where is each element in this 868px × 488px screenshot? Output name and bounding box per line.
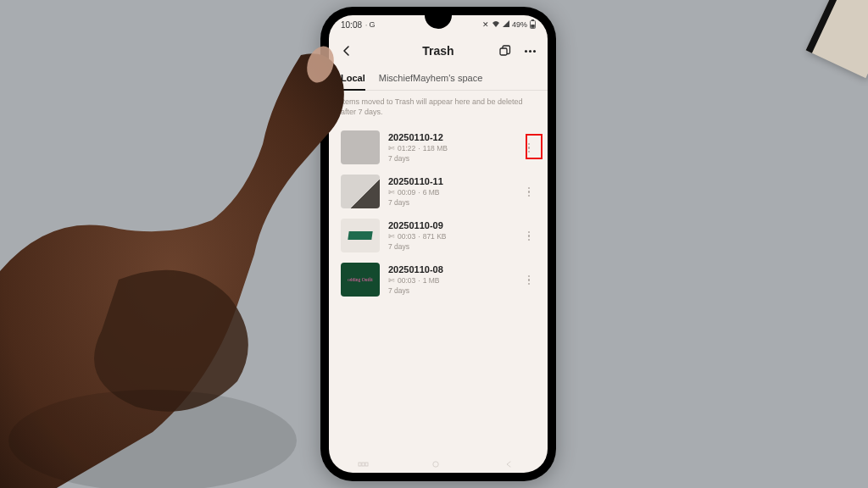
item-body: 20250110-12 ✄ 01:22 · 118 MB 7 days [388, 132, 514, 163]
hand-overlay [0, 17, 364, 488]
item-body: 20250110-09 ✄ 00:03 · 871 KB 7 days [388, 220, 514, 251]
status-net: ⸱ G [365, 20, 376, 30]
svg-point-7 [433, 462, 438, 467]
item-thumbnail [341, 175, 380, 208]
app-header: Trash [329, 34, 548, 68]
svg-rect-1 [531, 19, 534, 21]
back-button[interactable] [339, 43, 354, 58]
list-item[interactable]: 20250110-11 ✄ 00:09 · 6 MB 7 days [329, 169, 548, 214]
list-item[interactable]: 20250110-09 ✄ 00:03 · 871 KB 7 days [329, 214, 548, 258]
item-meta: ✄ 00:03 · 871 KB [388, 232, 514, 241]
svg-rect-2 [531, 25, 534, 28]
svg-rect-6 [365, 463, 368, 466]
battery-icon [530, 19, 536, 30]
wifi-icon [492, 20, 500, 29]
scissors-icon: ✄ [388, 144, 395, 152]
scissors-icon: ✄ [388, 188, 395, 197]
item-days: 7 days [388, 154, 514, 163]
scissors-icon: ✄ [388, 276, 395, 285]
corner-object [792, 0, 868, 93]
battery-text: 49% [512, 20, 527, 29]
item-days: 7 days [388, 242, 514, 251]
phone-frame: 10:08 ⸱ G ✕ 49% Trash [320, 7, 556, 481]
item-days: 7 days [388, 198, 514, 207]
thumbnail-text: odding Outfit [348, 277, 373, 282]
list-item[interactable]: 20250110-12 ✄ 01:22 · 118 MB 7 days [329, 125, 548, 169]
nav-recents-icon[interactable] [357, 457, 374, 465]
scissors-icon: ✄ [388, 232, 395, 241]
tab-local[interactable]: Local [341, 68, 365, 90]
item-meta: ✄ 01:22 · 118 MB [388, 144, 514, 152]
item-meta: ✄ 00:09 · 6 MB [388, 188, 514, 197]
item-meta: ✄ 00:03 · 1 MB [388, 276, 514, 285]
item-title: 20250110-09 [388, 220, 514, 230]
item-title: 20250110-12 [388, 132, 514, 142]
nav-home-icon[interactable] [430, 457, 447, 465]
list-item[interactable]: odding Outfit 20250110-08 ✄ 00:03 · 1 MB… [329, 258, 548, 302]
item-thumbnail: odding Outfit [341, 263, 380, 297]
svg-rect-3 [500, 48, 507, 55]
nav-back-icon[interactable] [503, 457, 520, 465]
page-title: Trash [422, 44, 453, 58]
item-more-icon[interactable] [522, 272, 536, 289]
item-title: 20250110-08 [388, 264, 514, 274]
tabs: Local MischiefMayhem's space [329, 68, 548, 91]
item-thumbnail [341, 219, 380, 252]
phone-screen: 10:08 ⸱ G ✕ 49% Trash [329, 15, 548, 473]
more-horizontal-icon[interactable] [522, 43, 537, 58]
svg-rect-4 [359, 463, 361, 466]
copy-icon[interactable] [497, 43, 512, 58]
item-body: 20250110-08 ✄ 00:03 · 1 MB 7 days [388, 264, 514, 295]
item-more-icon[interactable] [522, 228, 536, 245]
item-body: 20250110-11 ✄ 00:09 · 6 MB 7 days [388, 176, 514, 207]
trash-hint: Items moved to Trash will appear here an… [329, 91, 548, 125]
trash-list: 20250110-12 ✄ 01:22 · 118 MB 7 days 2025… [329, 125, 548, 302]
signal-icon [503, 20, 509, 29]
item-more-icon[interactable] [522, 184, 536, 201]
tab-cloud[interactable]: MischiefMayhem's space [379, 68, 483, 90]
status-time: 10:08 [341, 20, 362, 30]
item-days: 7 days [388, 286, 514, 295]
vibrate-icon: ✕ [482, 20, 489, 29]
highlight-box [526, 134, 542, 159]
svg-point-9 [8, 390, 297, 488]
android-navbar [329, 452, 548, 469]
item-thumbnail [341, 130, 380, 164]
svg-rect-5 [362, 463, 364, 466]
item-title: 20250110-11 [388, 176, 514, 186]
